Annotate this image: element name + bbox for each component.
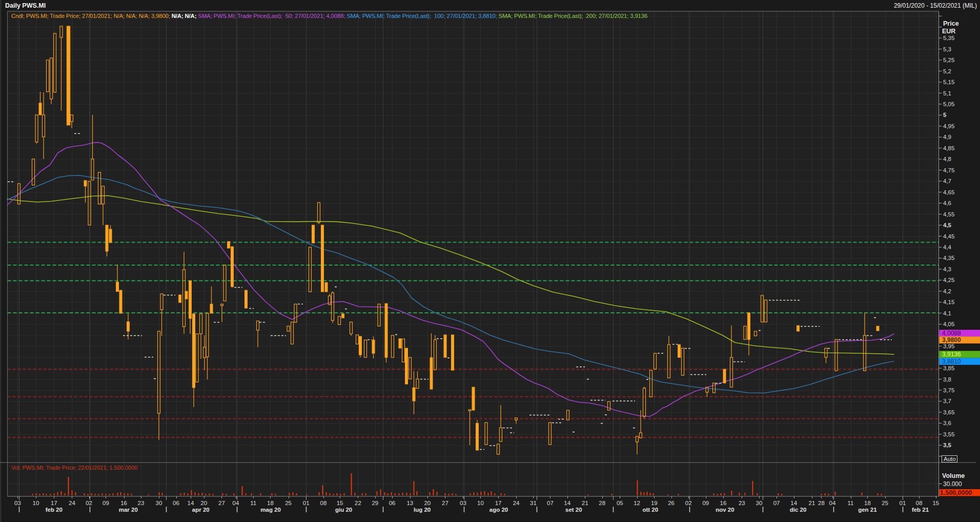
svg-text:4,05: 4,05 <box>943 321 954 327</box>
svg-text:1.500,0000: 1.500,0000 <box>940 489 972 496</box>
svg-text:5,2: 5,2 <box>943 68 951 74</box>
svg-text:07: 07 <box>773 500 780 506</box>
svg-text:30.000: 30.000 <box>943 480 962 488</box>
svg-text:set 20: set 20 <box>565 507 582 513</box>
svg-text:3,75: 3,75 <box>943 387 954 393</box>
svg-text:01: 01 <box>303 500 310 506</box>
svg-text:ott 20: ott 20 <box>642 507 658 513</box>
svg-text:5,15: 5,15 <box>943 79 954 85</box>
svg-text:21: 21 <box>809 500 815 506</box>
svg-text:09: 09 <box>103 500 109 506</box>
svg-text:28: 28 <box>818 500 825 506</box>
svg-text:02: 02 <box>86 500 92 506</box>
svg-text:24: 24 <box>513 500 520 506</box>
svg-text:22: 22 <box>355 500 361 506</box>
svg-text:16: 16 <box>720 500 727 506</box>
svg-text:31: 31 <box>530 500 537 506</box>
svg-text:3,8810: 3,8810 <box>942 358 961 365</box>
svg-text:29/01/2020 - 15/02/2021 (MIL): 29/01/2020 - 15/02/2021 (MIL) <box>894 2 977 9</box>
svg-text:5,25: 5,25 <box>943 57 954 63</box>
svg-text:mag 20: mag 20 <box>260 507 281 513</box>
svg-text:lug 20: lug 20 <box>414 507 431 513</box>
svg-text:19: 19 <box>651 500 658 506</box>
svg-text:30: 30 <box>756 500 763 506</box>
svg-text:4,95: 4,95 <box>943 123 954 129</box>
svg-text:4,35: 4,35 <box>943 255 954 261</box>
svg-text:3,8: 3,8 <box>943 376 951 383</box>
svg-text:3,5: 3,5 <box>943 442 952 448</box>
svg-text:15: 15 <box>932 500 939 506</box>
svg-text:11: 11 <box>848 500 854 506</box>
svg-text:06: 06 <box>389 500 396 506</box>
svg-text:13: 13 <box>406 500 413 506</box>
svg-text:mar 20: mar 20 <box>119 507 138 513</box>
svg-text:3,9800: 3,9800 <box>942 336 961 344</box>
svg-text:4,15: 4,15 <box>943 299 954 305</box>
svg-text:16: 16 <box>120 500 127 506</box>
svg-text:10: 10 <box>33 500 39 506</box>
svg-text:21: 21 <box>582 500 588 506</box>
svg-text:11: 11 <box>250 500 256 506</box>
svg-text:Price: Price <box>943 20 959 27</box>
svg-text:30: 30 <box>156 500 162 506</box>
svg-text:Vol; PWS.MI; Trade Price; 22/0: Vol; PWS.MI; Trade Price; 22/01/2021; 1.… <box>11 465 137 471</box>
svg-text:02: 02 <box>685 500 692 506</box>
svg-text:10: 10 <box>477 500 484 506</box>
svg-text:4,7: 4,7 <box>943 178 951 184</box>
svg-text:29: 29 <box>372 500 378 506</box>
svg-text:17: 17 <box>51 500 57 506</box>
svg-text:feb 21: feb 21 <box>912 507 929 513</box>
svg-text:4,9: 4,9 <box>943 134 951 140</box>
svg-text:4,25: 4,25 <box>943 277 954 283</box>
svg-text:17: 17 <box>495 500 502 506</box>
svg-text:5,1: 5,1 <box>943 90 951 96</box>
svg-text:5,35: 5,35 <box>943 35 954 41</box>
svg-text:25: 25 <box>882 500 888 506</box>
svg-text:14: 14 <box>188 500 194 506</box>
svg-text:3,65: 3,65 <box>943 409 954 415</box>
svg-text:08: 08 <box>320 500 327 506</box>
svg-text:05: 05 <box>617 500 623 506</box>
svg-text:dic 20: dic 20 <box>790 507 807 513</box>
svg-text:25: 25 <box>285 500 292 506</box>
svg-text:4,3: 4,3 <box>943 266 951 272</box>
svg-text:gen 21: gen 21 <box>858 507 877 513</box>
svg-text:27: 27 <box>218 500 225 506</box>
svg-text:23: 23 <box>739 500 745 506</box>
svg-text:Daily PWS.MI: Daily PWS.MI <box>5 2 46 9</box>
svg-text:4,8: 4,8 <box>943 156 951 162</box>
svg-text:3,6: 3,6 <box>943 420 951 426</box>
svg-text:20: 20 <box>424 500 431 506</box>
svg-text:nov 20: nov 20 <box>716 507 734 513</box>
svg-text:4,75: 4,75 <box>943 167 954 173</box>
svg-text:27: 27 <box>442 500 448 506</box>
svg-text:giu 20: giu 20 <box>335 507 352 513</box>
svg-text:4,4: 4,4 <box>943 244 952 250</box>
svg-text:5,3: 5,3 <box>943 46 951 52</box>
svg-text:08: 08 <box>916 500 923 506</box>
svg-text:12: 12 <box>634 500 640 506</box>
svg-text:03: 03 <box>460 500 466 506</box>
svg-text:4,65: 4,65 <box>943 189 954 195</box>
svg-text:09: 09 <box>702 500 709 506</box>
svg-text:06: 06 <box>173 500 179 506</box>
svg-text:4,0088: 4,0088 <box>942 330 961 337</box>
svg-text:18: 18 <box>864 500 871 506</box>
svg-text:3,95: 3,95 <box>943 343 954 349</box>
svg-text:4,2: 4,2 <box>943 288 951 294</box>
svg-text:EUR: EUR <box>942 28 955 35</box>
svg-text:07: 07 <box>547 500 554 506</box>
svg-text:3,9136: 3,9136 <box>942 351 961 358</box>
svg-text:14: 14 <box>790 500 797 506</box>
svg-text:3,7: 3,7 <box>943 398 951 404</box>
svg-text:apr 20: apr 20 <box>192 507 210 513</box>
svg-text:20: 20 <box>200 500 207 506</box>
svg-text:28: 28 <box>599 500 605 506</box>
svg-text:4,45: 4,45 <box>943 233 954 239</box>
svg-text:03: 03 <box>14 500 21 506</box>
svg-text:3,55: 3,55 <box>943 431 954 437</box>
svg-text:4,55: 4,55 <box>943 211 954 217</box>
svg-text:5: 5 <box>943 112 947 118</box>
svg-text:18: 18 <box>267 500 274 506</box>
svg-text:14: 14 <box>564 500 570 506</box>
